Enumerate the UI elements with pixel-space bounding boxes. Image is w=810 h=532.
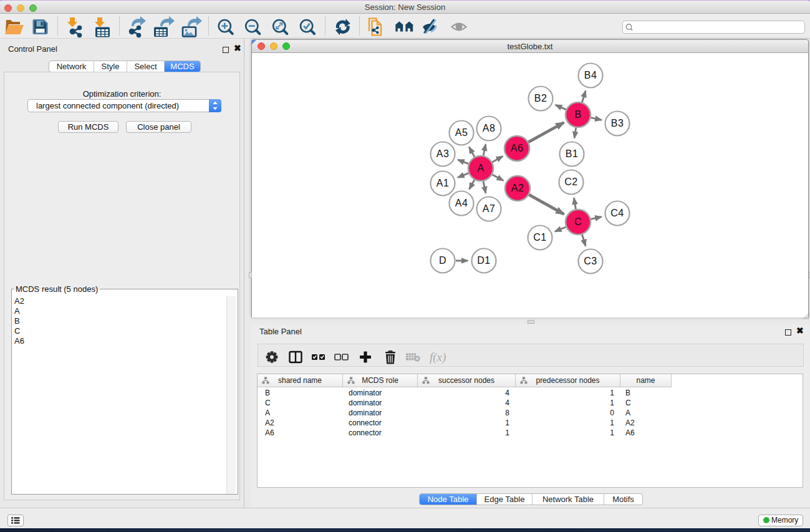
svg-text:A: A — [477, 163, 484, 173]
svg-text:A1: A1 — [436, 178, 450, 188]
svg-text:A5: A5 — [455, 127, 468, 138]
svg-text:C2: C2 — [564, 177, 577, 187]
svg-text:B1: B1 — [566, 148, 579, 159]
svg-text:A6: A6 — [511, 143, 524, 153]
svg-text:f(x): f(x) — [430, 351, 446, 364]
svg-text:D1: D1 — [477, 255, 490, 266]
svg-text:A4: A4 — [455, 198, 468, 208]
svg-text:C4: C4 — [610, 208, 624, 218]
svg-text:A8: A8 — [483, 123, 496, 133]
svg-text:B: B — [574, 109, 581, 120]
svg-text:D: D — [439, 255, 446, 266]
svg-text:A2: A2 — [511, 183, 524, 193]
svg-text:A7: A7 — [483, 203, 496, 214]
svg-text:C1: C1 — [533, 232, 546, 243]
svg-text:C3: C3 — [584, 256, 597, 266]
svg-text:B3: B3 — [611, 118, 624, 128]
svg-text:B2: B2 — [534, 93, 547, 104]
svg-text:A3: A3 — [436, 148, 450, 159]
svg-text:B4: B4 — [584, 70, 597, 80]
svg-text:C: C — [574, 216, 582, 227]
